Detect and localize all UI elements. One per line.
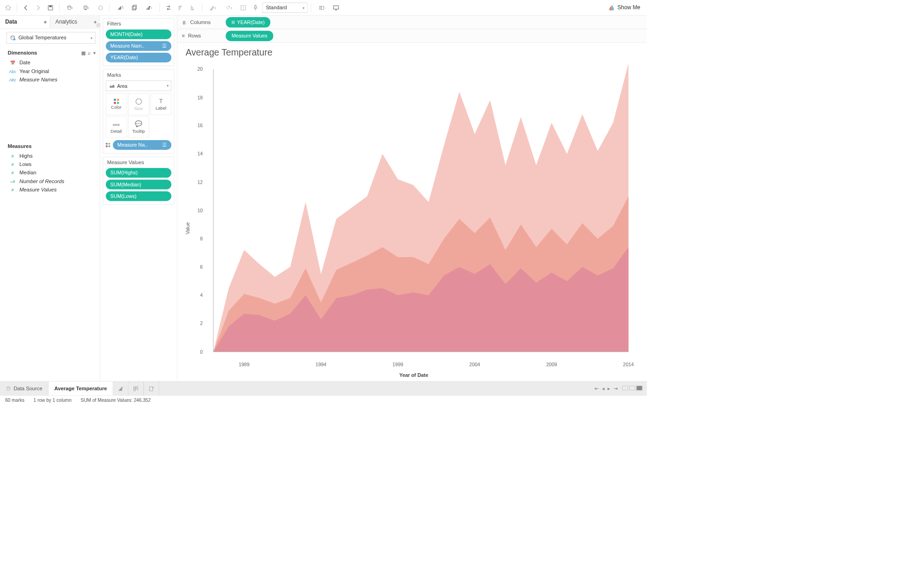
measure-value-pill[interactable]: SUM(Highs) bbox=[106, 168, 171, 178]
new-worksheet-button[interactable]: +▾ bbox=[113, 2, 128, 13]
duplicate-sheet-button[interactable] bbox=[129, 2, 140, 13]
sort-asc-button[interactable] bbox=[175, 2, 186, 13]
svg-rect-37 bbox=[613, 7, 614, 10]
nav-prev-icon[interactable]: ◂ bbox=[602, 386, 605, 392]
svg-point-26 bbox=[229, 6, 230, 7]
columns-shelf[interactable]: ⫼Columns ⊞YEAR(Date) bbox=[177, 16, 647, 29]
new-data-source-button[interactable]: ▾ bbox=[63, 2, 78, 13]
measure-median[interactable]: #Median bbox=[0, 169, 100, 177]
y-tick: 8 bbox=[200, 236, 203, 241]
show-cards-button[interactable]: ▾ bbox=[314, 2, 329, 13]
nav-first-icon[interactable]: ⇤ bbox=[595, 386, 599, 392]
columns-pill[interactable]: ⊞YEAR(Date) bbox=[226, 17, 271, 27]
color-shelf-icon bbox=[106, 143, 110, 148]
tab-data[interactable]: Data◆ bbox=[0, 16, 50, 29]
marks-tooltip[interactable]: 💬Tooltip bbox=[128, 116, 149, 137]
svg-rect-5 bbox=[85, 8, 85, 10]
svg-text:▾: ▾ bbox=[88, 6, 89, 9]
filter-pill[interactable]: YEAR(Date) bbox=[106, 53, 171, 62]
search-icon[interactable]: ⌕ bbox=[88, 50, 91, 55]
highlight-button[interactable]: ▾ bbox=[206, 2, 220, 13]
marks-color[interactable]: Color bbox=[106, 93, 127, 115]
nav-last-icon[interactable]: ⇥ bbox=[614, 386, 618, 392]
measure-highs[interactable]: #Highs bbox=[0, 152, 100, 160]
presentation-button[interactable] bbox=[330, 2, 341, 13]
dimensions-header: Dimensions ▦⌕▾ bbox=[0, 47, 100, 58]
svg-rect-41 bbox=[119, 389, 120, 391]
svg-rect-34 bbox=[609, 8, 610, 10]
swap-button[interactable] bbox=[163, 2, 174, 13]
tab-data-source[interactable]: Data Source bbox=[0, 381, 49, 395]
database-icon bbox=[10, 35, 16, 41]
tab-sheet-active[interactable]: Average Temperature bbox=[49, 381, 113, 395]
group-button[interactable]: ▾ bbox=[222, 2, 237, 13]
new-story-tab[interactable]: + bbox=[144, 381, 159, 395]
y-tick: 4 bbox=[200, 293, 203, 298]
svg-text:+: + bbox=[152, 386, 154, 389]
field-type-icon: # bbox=[9, 162, 16, 167]
filter-pill[interactable]: Measure Nam..☰ bbox=[106, 41, 171, 51]
status-bar: 60 marks 1 row by 1 column SUM of Measur… bbox=[0, 395, 647, 405]
pin-button[interactable] bbox=[250, 2, 261, 13]
filter-pill[interactable]: MONTH(Date) bbox=[106, 30, 171, 39]
y-tick: 2 bbox=[200, 321, 203, 326]
chart-title[interactable]: Average Temperature bbox=[186, 47, 637, 57]
rows-pill[interactable]: Measure Values bbox=[226, 31, 274, 41]
measure-value-pill[interactable]: SUM(Lows) bbox=[106, 191, 171, 201]
sort-desc-button[interactable] bbox=[188, 2, 199, 13]
dimension-year-original[interactable]: AbcYear Original bbox=[0, 67, 100, 75]
filter-context-icon[interactable]: ◰ bbox=[97, 22, 100, 27]
view-list-icon[interactable]: ▦ bbox=[81, 50, 85, 55]
show-me-button[interactable]: Show Me bbox=[604, 4, 644, 11]
field-type-icon: Abc bbox=[9, 69, 16, 74]
view-mode-tabs[interactable] bbox=[621, 386, 642, 392]
nav-next-icon[interactable]: ▸ bbox=[608, 386, 610, 392]
save-button[interactable] bbox=[45, 2, 56, 13]
text-label-button[interactable]: T bbox=[238, 2, 249, 13]
back-button[interactable] bbox=[20, 2, 31, 13]
fit-label: Standard bbox=[266, 5, 286, 11]
logo-icon[interactable] bbox=[3, 2, 14, 13]
measure-number-of-records[interactable]: =#Number of Records bbox=[0, 177, 100, 185]
svg-rect-19 bbox=[178, 9, 180, 10]
menu-icon[interactable]: ▾ bbox=[93, 50, 96, 55]
rows-shelf[interactable]: ≡Rows Measure Values bbox=[177, 29, 647, 43]
svg-rect-45 bbox=[134, 387, 135, 388]
fit-selector[interactable]: Standard bbox=[262, 2, 308, 12]
rows-icon: ≡ bbox=[182, 33, 185, 39]
show-me-label: Show Me bbox=[617, 4, 640, 11]
dimension-date[interactable]: 📅Date bbox=[0, 59, 100, 67]
measure-measure-values[interactable]: #Measure Values bbox=[0, 185, 100, 194]
top-toolbar: ▾ ▾ +▾ ▾ ▾ ▾ T Standard ▾ Show Me bbox=[0, 0, 647, 16]
marks-detail[interactable]: ₒₒₒDetail bbox=[106, 116, 127, 137]
new-dashboard-tab[interactable]: + bbox=[128, 381, 144, 395]
y-axis-label: Value bbox=[184, 59, 191, 378]
clear-sheet-button[interactable]: ▾ bbox=[141, 2, 156, 13]
tab-analytics[interactable]: Analytics◆ bbox=[50, 16, 100, 29]
svg-rect-33 bbox=[334, 6, 339, 9]
marks-label[interactable]: TLabel bbox=[151, 93, 172, 115]
area-chart[interactable] bbox=[205, 59, 637, 362]
svg-rect-20 bbox=[178, 7, 181, 8]
svg-text:▾: ▾ bbox=[324, 6, 325, 9]
svg-rect-10 bbox=[120, 6, 121, 10]
datasource-selector[interactable]: Global Temperatures bbox=[6, 32, 96, 43]
x-tick: 2004 bbox=[469, 362, 480, 368]
measure-value-pill[interactable]: SUM(Median) bbox=[106, 180, 171, 190]
svg-text:+: + bbox=[137, 388, 139, 391]
y-tick: 16 bbox=[197, 123, 203, 129]
dimension-measure-names[interactable]: AbcMeasure Names bbox=[0, 75, 100, 84]
svg-text:▾: ▾ bbox=[231, 6, 232, 9]
field-type-icon: 📅 bbox=[9, 61, 16, 66]
measure-lows[interactable]: #Lows bbox=[0, 160, 100, 169]
svg-point-2 bbox=[68, 6, 71, 7]
field-type-icon: # bbox=[9, 187, 16, 192]
mark-type-selector[interactable]: Area bbox=[106, 80, 171, 91]
forward-button[interactable] bbox=[33, 2, 44, 13]
refresh-button[interactable] bbox=[95, 2, 106, 13]
color-shelf-pill[interactable]: Measure Na..☰ bbox=[113, 140, 171, 150]
new-worksheet-tab[interactable]: + bbox=[113, 381, 128, 395]
x-axis-label: Year of Date bbox=[190, 372, 637, 378]
svg-point-40 bbox=[7, 387, 10, 388]
pause-data-button[interactable]: ▾ bbox=[79, 2, 94, 13]
